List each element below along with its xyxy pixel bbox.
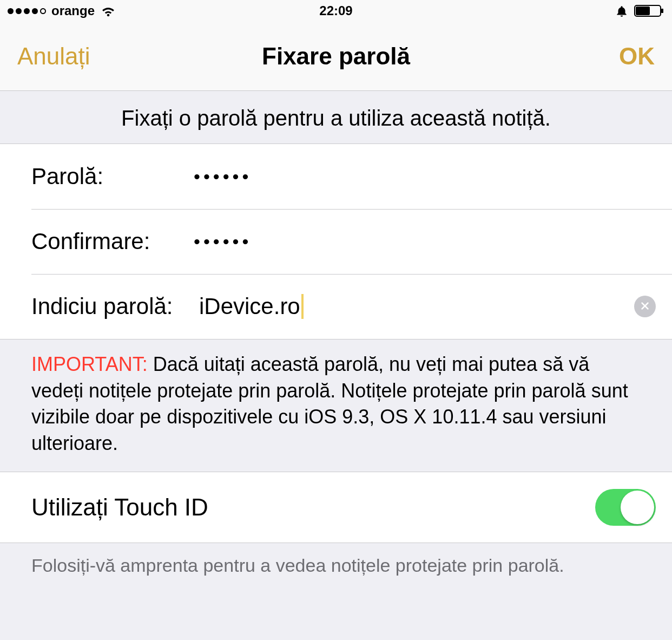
ok-button[interactable]: OK	[619, 43, 655, 70]
password-label: Parolă:	[31, 164, 194, 190]
wifi-icon	[100, 4, 116, 17]
battery-icon	[634, 4, 664, 17]
svg-rect-2	[636, 6, 650, 15]
confirm-input[interactable]	[194, 231, 656, 252]
page-title: Fixare parolă	[0, 43, 672, 70]
password-form-group: Parolă: Confirmare: Indiciu parolă: iDev…	[0, 143, 672, 339]
touchid-toggle[interactable]	[595, 489, 656, 526]
clear-button[interactable]	[634, 296, 656, 317]
alarm-icon	[615, 4, 629, 18]
text-cursor	[301, 294, 304, 319]
important-label: IMPORTANT:	[31, 353, 148, 375]
password-row: Parolă:	[0, 144, 672, 209]
touchid-footer: Folosiți-vă amprenta pentru a vedea noti…	[0, 543, 672, 598]
touchid-group: Utilizați Touch ID	[0, 472, 672, 543]
important-note: IMPORTANT: Dacă uitați această parolă, n…	[0, 339, 672, 472]
password-input[interactable]	[194, 166, 656, 187]
close-icon	[640, 301, 650, 312]
cancel-button[interactable]: Anulați	[17, 43, 90, 70]
section-header: Fixați o parolă pentru a utiliza această…	[0, 91, 672, 143]
touchid-label: Utilizați Touch ID	[31, 494, 208, 521]
hint-row: Indiciu parolă: iDevice.ro	[0, 274, 672, 339]
status-bar: orange 22:09	[0, 0, 672, 22]
confirm-row: Confirmare:	[0, 209, 672, 274]
navigation-bar: Anulați Fixare parolă OK	[0, 22, 672, 91]
signal-strength-icon	[8, 8, 46, 14]
toggle-knob	[621, 491, 654, 524]
confirm-label: Confirmare:	[31, 228, 194, 254]
carrier-label: orange	[51, 3, 95, 18]
hint-value[interactable]: iDevice.ro	[199, 293, 300, 319]
svg-rect-1	[661, 9, 663, 13]
hint-label: Indiciu parolă:	[31, 293, 199, 319]
touchid-row: Utilizați Touch ID	[0, 472, 672, 543]
